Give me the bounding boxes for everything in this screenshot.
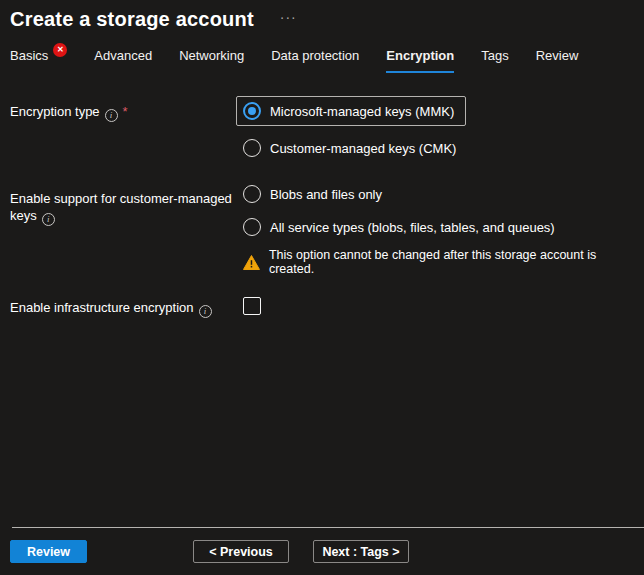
radio-blobs-files-only-label: Blobs and files only [270,187,382,202]
radio-selected-icon [243,102,261,120]
encryption-type-label-group: Encryption type* [0,96,236,122]
tab-tags[interactable]: Tags [481,48,508,73]
radio-cmk[interactable]: Customer-managed keys (CMK) [236,139,644,157]
tab-review[interactable]: Review [536,48,579,73]
more-options-icon[interactable]: ··· [280,10,297,24]
encryption-type-label: Encryption type [10,104,100,119]
radio-blobs-files-only[interactable]: Blobs and files only [236,183,644,203]
tab-networking-label: Networking [179,48,244,63]
radio-all-service-types-label: All service types (blobs, files, tables,… [270,220,555,235]
radio-selected-icon [243,185,261,203]
tab-advanced[interactable]: Advanced [94,48,152,73]
radio-cmk-label: Customer-managed keys (CMK) [270,141,456,156]
page-header: Create a storage account ··· [0,0,644,31]
tab-basics[interactable]: Basics [10,48,67,73]
tab-review-label: Review [536,48,579,63]
infrastructure-encryption-control [236,292,644,315]
encryption-form: Encryption type* Microsoft-managed keys … [0,96,644,318]
info-icon[interactable] [105,109,118,122]
required-marker: * [123,104,128,119]
warning-triangle-icon [243,255,260,270]
infrastructure-encryption-label: Enable infrastructure encryption [10,300,194,315]
tab-basics-label: Basics [10,48,48,63]
cmk-support-options: Blobs and files only All service types (… [236,183,644,276]
infrastructure-encryption-row: Enable infrastructure encryption [0,292,644,318]
radio-mmk-label: Microsoft-managed keys (MMK) [270,104,454,119]
cmk-support-row: Enable support for customer-managed keys… [0,183,644,276]
tab-encryption[interactable]: Encryption [386,48,454,73]
warning-message: This option cannot be changed after this… [236,248,644,276]
tab-data-protection[interactable]: Data protection [271,48,359,73]
footer-divider [12,527,644,528]
tab-advanced-label: Advanced [94,48,152,63]
error-badge-icon [53,43,67,57]
info-icon[interactable] [42,213,55,226]
radio-all-service-types[interactable]: All service types (blobs, files, tables,… [236,218,644,236]
info-icon[interactable] [199,305,212,318]
cmk-support-label-group: Enable support for customer-managed keys [0,183,236,226]
tab-bar: Basics Advanced Networking Data protecti… [0,48,644,73]
infrastructure-encryption-checkbox[interactable] [243,297,261,315]
radio-unselected-icon [243,218,261,236]
encryption-type-options: Microsoft-managed keys (MMK) Customer-ma… [236,96,644,157]
previous-button[interactable]: < Previous [193,540,289,563]
page-title: Create a storage account [10,8,254,31]
warning-text: This option cannot be changed after this… [269,248,644,276]
review-button[interactable]: Review [10,540,87,563]
encryption-type-row: Encryption type* Microsoft-managed keys … [0,96,644,157]
radio-mmk[interactable]: Microsoft-managed keys (MMK) [236,96,466,126]
tab-encryption-label: Encryption [386,48,454,63]
next-tags-button[interactable]: Next : Tags > [313,540,409,563]
radio-unselected-icon [243,139,261,157]
tab-data-protection-label: Data protection [271,48,359,63]
tab-networking[interactable]: Networking [179,48,244,73]
infrastructure-encryption-label-group: Enable infrastructure encryption [0,292,236,318]
tab-tags-label: Tags [481,48,508,63]
footer-bar: Review < Previous Next : Tags > [0,540,644,563]
